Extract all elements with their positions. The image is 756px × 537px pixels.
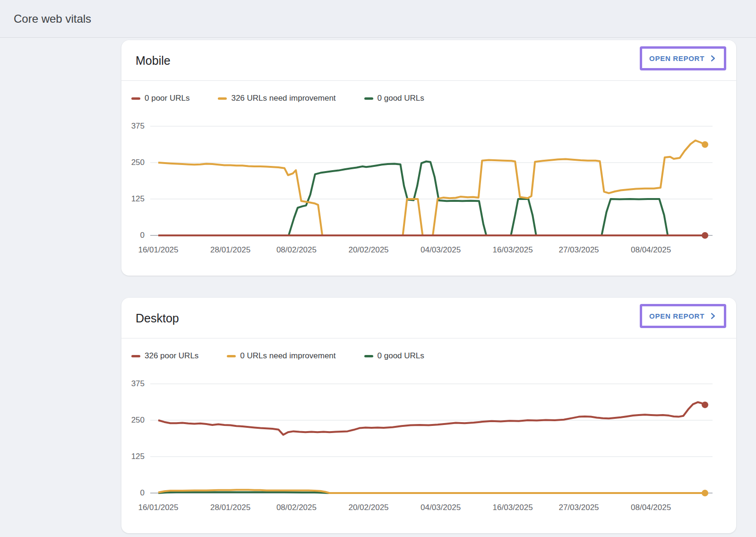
legend-dash-icon	[364, 97, 373, 100]
x-tick-label: 20/02/2025	[348, 245, 388, 255]
desktop-card: Desktop OPEN REPORT 326 poor URLs0 URLs …	[121, 298, 736, 533]
x-tick-label: 08/04/2025	[631, 503, 671, 512]
chart-canvas	[150, 121, 713, 240]
x-axis-labels: 16/01/202528/01/202508/02/202520/02/2025…	[150, 503, 713, 513]
open-report-annotation-box: OPEN REPORT	[640, 46, 726, 70]
x-axis-labels: 16/01/202528/01/202508/02/202520/02/2025…	[150, 245, 713, 256]
legend-item: 326 URLs need improvement	[218, 94, 335, 103]
series-line-good	[158, 162, 705, 236]
chevron-right-icon	[709, 54, 717, 62]
x-tick-label: 08/02/2025	[276, 503, 317, 512]
x-tick-label: 28/01/2025	[210, 503, 250, 512]
legend-label: 0 URLs need improvement	[240, 351, 335, 361]
plot-area[interactable]: 3752501250	[150, 121, 713, 240]
y-tick-label: 125	[131, 194, 145, 204]
legend-label: 326 poor URLs	[145, 351, 198, 361]
legend-item: 0 good URLs	[364, 351, 424, 361]
x-tick-label: 16/01/2025	[138, 245, 178, 255]
page-title: Core web vitals	[14, 12, 91, 26]
legend-item: 0 poor URLs	[131, 94, 189, 103]
card-header: Desktop OPEN REPORT	[121, 298, 736, 338]
x-tick-label: 08/04/2025	[631, 245, 671, 255]
x-tick-label: 08/02/2025	[276, 245, 317, 255]
y-tick-label: 0	[140, 231, 145, 240]
x-tick-label: 16/01/2025	[138, 503, 178, 512]
open-report-annotation-box: OPEN REPORT	[640, 304, 726, 328]
open-report-label: OPEN REPORT	[649, 312, 704, 320]
series-end-dot-improve	[702, 141, 708, 148]
legend-label: 0 poor URLs	[145, 94, 189, 103]
x-tick-label: 27/03/2025	[558, 245, 599, 255]
card-title: Mobile	[136, 53, 171, 67]
x-tick-label: 16/03/2025	[493, 503, 533, 512]
series-end-dot-improve	[702, 490, 708, 496]
legend-item: 326 poor URLs	[131, 351, 198, 361]
legend-label: 0 good URLs	[378, 351, 424, 361]
x-tick-label: 20/02/2025	[348, 503, 388, 512]
y-tick-label: 250	[131, 416, 145, 425]
legend-dash-icon	[227, 355, 236, 357]
legend-label: 326 URLs need improvement	[231, 94, 335, 103]
card-title: Desktop	[136, 311, 179, 325]
y-tick-label: 375	[131, 379, 145, 389]
legend: 0 poor URLs326 URLs need improvement0 go…	[131, 93, 736, 104]
page-header: Core web vitals	[0, 0, 756, 38]
x-tick-label: 16/03/2025	[493, 245, 533, 255]
card-header: Mobile OPEN REPORT	[121, 40, 736, 81]
series-end-dot-poor	[702, 401, 708, 408]
y-tick-label: 125	[131, 452, 145, 461]
legend-item: 0 URLs need improvement	[227, 351, 335, 361]
legend-label: 0 good URLs	[378, 94, 424, 103]
y-tick-label: 0	[140, 488, 145, 498]
legend-dash-icon	[364, 355, 373, 357]
chevron-right-icon	[709, 312, 717, 320]
x-tick-label: 27/03/2025	[558, 503, 599, 512]
mobile-card: Mobile OPEN REPORT 0 poor URLs326 URLs n…	[121, 40, 736, 276]
open-report-button[interactable]: OPEN REPORT	[642, 49, 724, 68]
x-tick-label: 28/01/2025	[210, 245, 250, 255]
y-tick-label: 375	[131, 121, 145, 131]
x-tick-label: 04/03/2025	[421, 503, 461, 512]
open-report-label: OPEN REPORT	[649, 54, 704, 62]
open-report-button[interactable]: OPEN REPORT	[642, 306, 724, 326]
legend-dash-icon	[218, 97, 227, 100]
series-end-dot-poor	[702, 232, 708, 239]
y-tick-label: 250	[131, 158, 145, 167]
legend-dash-icon	[131, 97, 140, 100]
x-tick-label: 04/03/2025	[421, 245, 461, 255]
series-line-improve	[158, 140, 705, 235]
plot-area[interactable]: 3752501250	[150, 379, 713, 497]
legend-item: 0 good URLs	[364, 94, 424, 103]
series-line-poor	[158, 402, 705, 435]
legend: 326 poor URLs0 URLs need improvement0 go…	[131, 351, 736, 361]
chart-canvas	[150, 379, 713, 497]
legend-dash-icon	[131, 355, 140, 357]
